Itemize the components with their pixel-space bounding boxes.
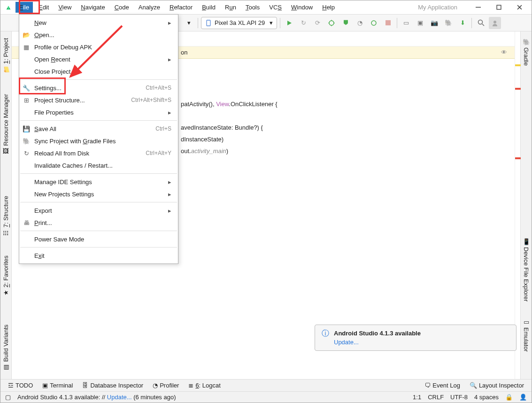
status-position[interactable]: 1:1: [413, 394, 421, 401]
file-menu-settings[interactable]: 🔧Settings...Ctrl+Alt+S: [19, 82, 178, 94]
ide-status-icon[interactable]: 👤: [519, 394, 527, 401]
app-logo-icon: [3, 3, 14, 12]
eye-icon[interactable]: 👁: [501, 49, 507, 56]
sidebar-resource-manager[interactable]: 🖼Resource Manager: [2, 90, 9, 158]
stop-button[interactable]: [382, 17, 394, 29]
menu-file[interactable]: File: [15, 2, 33, 13]
sidebar-device-file-explorer[interactable]: 📱Device File Explorer: [523, 234, 530, 305]
phone-icon: [205, 20, 212, 26]
attach-debugger-icon[interactable]: [368, 17, 380, 29]
status-bar: ▢ Android Studio 4.1.3 available: // Upd…: [0, 391, 532, 403]
run-button[interactable]: [283, 17, 295, 29]
sidebar-gradle[interactable]: 🐘Gradle: [523, 34, 530, 70]
file-menu-new[interactable]: New▸: [19, 16, 178, 29]
menu-help[interactable]: Help: [318, 2, 339, 13]
menu-window[interactable]: Window: [287, 2, 316, 13]
file-menu-project-structure[interactable]: ⊞Project Structure...Ctrl+Alt+Shift+S: [19, 94, 178, 106]
tool-layout-inspector[interactable]: 🔍Layout Inspector: [466, 380, 528, 391]
menu-analyze[interactable]: Analyze: [135, 2, 164, 13]
device-selector[interactable]: Pixel 3a XL API 29 ▾: [201, 17, 277, 29]
lock-icon[interactable]: 🔒: [505, 394, 513, 401]
blank-icon: [22, 162, 31, 169]
sidebar-structure[interactable]: ☷7: Structure: [2, 192, 9, 240]
sidebar-project[interactable]: 📁1: Project: [2, 34, 9, 77]
status-encoding[interactable]: UTF-8: [450, 394, 468, 401]
menubar: File Edit View Navigate Code Analyze Ref…: [0, 0, 532, 15]
file-menu-invalidate-caches-restart[interactable]: Invalidate Caches / Restart...: [19, 159, 178, 171]
status-line-separator[interactable]: CRLF: [428, 394, 444, 401]
menu-refactor[interactable]: Refactor: [166, 2, 196, 13]
window-close[interactable]: [510, 1, 529, 14]
file-menu-exit[interactable]: Exit: [19, 249, 178, 262]
file-menu-export[interactable]: Export▸: [19, 204, 178, 217]
file-menu-sync-project-with-gradle-files[interactable]: 🐘Sync Project with Gradle Files: [19, 135, 178, 147]
menu-build[interactable]: Build: [198, 2, 219, 13]
file-menu-manage-ide-settings[interactable]: Manage IDE Settings▸: [19, 176, 178, 188]
menu-view[interactable]: View: [54, 2, 75, 13]
tool-logcat[interactable]: ≣6: Logcat: [185, 380, 224, 391]
file-menu-file-properties[interactable]: File Properties▸: [19, 106, 178, 118]
device-name: Pixel 3a XL API 29: [215, 19, 265, 26]
tool-terminal[interactable]: ▣Terminal: [39, 380, 77, 391]
file-menu-open[interactable]: 📂Open...: [19, 29, 178, 41]
status-window-icon[interactable]: ▢: [5, 394, 11, 401]
menu-code[interactable]: Code: [111, 2, 133, 13]
debug-button[interactable]: [325, 17, 338, 29]
coverage-icon[interactable]: ⛊: [339, 17, 352, 29]
sync-gradle-icon[interactable]: 🐘: [442, 17, 455, 29]
file-menu-save-all[interactable]: 💾Save AllCtrl+S: [19, 123, 178, 135]
tool-event-log[interactable]: 🗨Event Log: [421, 380, 464, 391]
svg-line-16: [482, 24, 484, 26]
window-minimize[interactable]: [469, 1, 487, 14]
window-maximize[interactable]: [489, 1, 508, 14]
notification-title: Android Studio 4.1.3 available: [334, 330, 421, 339]
menu-run[interactable]: Run: [221, 2, 240, 13]
menu-tools[interactable]: Tools: [242, 2, 263, 13]
info-icon: ⓘ: [322, 330, 329, 346]
apply-changes-icon[interactable]: ↻: [297, 17, 309, 29]
todo-icon: ☲: [8, 382, 14, 389]
blank-icon: [22, 178, 31, 186]
sync-icon: 🐘: [22, 137, 31, 145]
menu-vcs[interactable]: VCS: [265, 2, 285, 13]
profile-icon[interactable]: ◔: [354, 17, 366, 29]
blank-icon: [22, 19, 31, 26]
sidebar-emulator[interactable]: ▭Emulator: [523, 315, 530, 356]
sidebar-favorites[interactable]: ★2: Favorites: [2, 252, 9, 300]
tool-todo[interactable]: ☲TODO: [4, 380, 37, 391]
avd-manager-icon[interactable]: ▭: [400, 17, 412, 29]
logcat-icon: ≣: [188, 382, 193, 389]
app-title: My Application: [418, 4, 467, 11]
apply-code-icon[interactable]: ⟳: [311, 17, 324, 29]
file-menu-power-save-mode[interactable]: Power Save Mode: [19, 233, 178, 245]
resource-manager-icon[interactable]: 📷: [428, 17, 440, 29]
file-menu-print[interactable]: 🖶Print...: [19, 217, 178, 229]
file-menu-open-recent[interactable]: Open Recent▸: [19, 53, 178, 65]
search-icon[interactable]: [475, 17, 487, 29]
file-menu-reload-all-from-disk[interactable]: ↻Reload All from DiskCtrl+Alt+Y: [19, 147, 178, 159]
save-icon: 💾: [22, 125, 31, 132]
blank-icon: [22, 68, 31, 75]
folder-icon: 📂: [22, 31, 31, 39]
sdk-manager-icon[interactable]: ▣: [414, 17, 426, 29]
menu-edit[interactable]: Edit: [35, 2, 53, 13]
file-menu-close-project[interactable]: Close Project: [19, 65, 178, 78]
download-icon[interactable]: ⬇: [456, 17, 469, 29]
structure-icon: ⊞: [22, 96, 31, 104]
dropdown-arrow-icon[interactable]: ▾: [183, 17, 195, 29]
svg-point-1: [9, 8, 10, 9]
menu-navigate[interactable]: Navigate: [77, 2, 108, 13]
tool-profiler[interactable]: ◔Profiler: [149, 380, 183, 391]
svg-point-13: [371, 21, 376, 25]
tool-database-inspector[interactable]: 🗄Database Inspector: [78, 380, 147, 391]
status-indent[interactable]: 4 spaces: [474, 394, 499, 401]
bottom-tool-strip: ☲TODO ▣Terminal 🗄Database Inspector ◔Pro…: [0, 379, 532, 391]
user-icon[interactable]: [489, 17, 501, 29]
update-notification: ⓘ Android Studio 4.1.3 available Update.…: [315, 325, 517, 351]
left-tool-gutter: 📁1: Project 🖼Resource Manager ☷7: Struct…: [0, 31, 12, 379]
file-menu-profile-or-debug-apk[interactable]: ▦Profile or Debug APK: [19, 41, 178, 53]
sidebar-build-variants[interactable]: ▤Build Variants: [2, 321, 9, 374]
blank-icon: [22, 252, 31, 259]
file-menu-new-projects-settings[interactable]: New Projects Settings▸: [19, 188, 178, 200]
notification-update-link[interactable]: Update...: [334, 339, 359, 346]
